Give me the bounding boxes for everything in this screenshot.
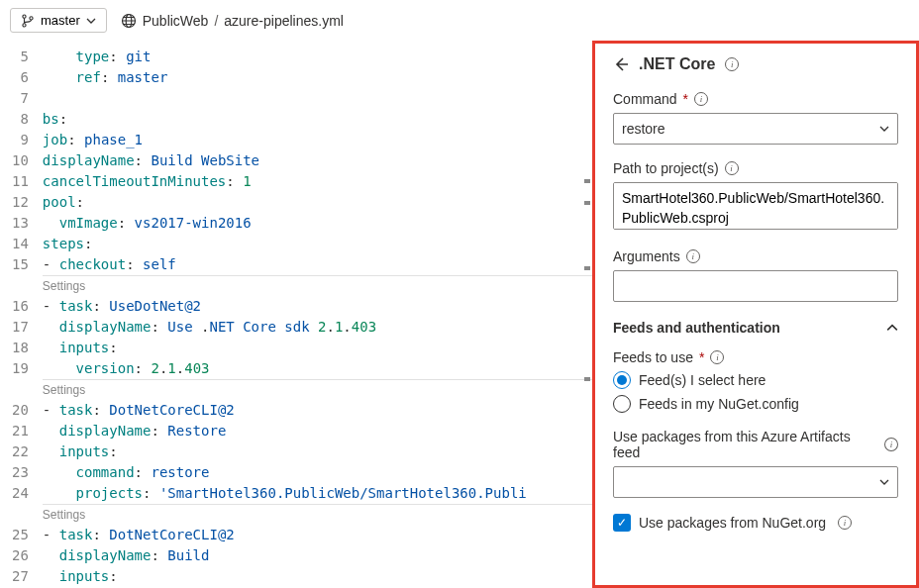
code-line[interactable]: displayName: Build WebSite — [43, 150, 592, 171]
top-bar: master PublicWeb / azure-pipelines.yml — [0, 0, 919, 41]
feeds-section-toggle[interactable]: Feeds and authentication — [613, 320, 898, 336]
settings-codelens[interactable]: Settings — [43, 275, 592, 296]
back-button[interactable] — [613, 56, 629, 72]
code-line[interactable]: steps: — [43, 234, 592, 254]
svg-point-2 — [30, 16, 33, 19]
chevron-down-icon — [86, 16, 96, 26]
nuget-checkbox[interactable]: ✓ Use packages from NuGet.org i — [613, 514, 898, 532]
settings-codelens[interactable]: Settings — [43, 504, 592, 525]
task-panel: .NET Core i Command * i restore Path to … — [592, 41, 919, 588]
radio-label: Feed(s) I select here — [639, 372, 766, 388]
code-line[interactable]: pool: — [43, 192, 592, 213]
breadcrumb-root[interactable]: PublicWeb — [143, 13, 209, 29]
breadcrumb: PublicWeb / azure-pipelines.yml — [121, 13, 344, 29]
info-icon[interactable]: i — [694, 92, 708, 106]
path-label: Path to project(s) — [613, 160, 719, 176]
code-line[interactable]: projects: 'SmartHotel360.PublicWeb/Smart… — [43, 483, 592, 504]
code-line[interactable]: inputs: — [43, 566, 592, 587]
svg-point-1 — [23, 23, 26, 26]
code-editor[interactable]: 5678910111213141516171819202122232425262… — [0, 41, 592, 588]
code-line[interactable]: - task: DotNetCoreCLI@2 — [43, 400, 592, 421]
artifacts-feed-label: Use packages from this Azure Artifacts f… — [613, 429, 878, 460]
code-content[interactable]: type: git ref: masterbs:job: phase_1disp… — [43, 47, 592, 588]
code-line[interactable]: command: restore — [43, 462, 592, 483]
required-marker: * — [683, 91, 688, 107]
code-line[interactable]: inputs: — [43, 338, 592, 358]
radio-nuget-config[interactable]: Feeds in my NuGet.config — [613, 395, 898, 413]
arguments-label: Arguments — [613, 248, 680, 264]
path-input[interactable] — [613, 182, 898, 230]
code-line[interactable]: - task: DotNetCoreCLI@2 — [43, 525, 592, 545]
scroll-overview — [582, 41, 592, 588]
command-select[interactable]: restore — [613, 113, 898, 145]
code-line[interactable]: vmImage: vs2017-win2016 — [43, 213, 592, 234]
radio-select-here[interactable]: Feed(s) I select here — [613, 371, 898, 389]
line-gutter: 5678910111213141516171819202122232425262… — [0, 47, 43, 588]
info-icon[interactable]: i — [710, 350, 724, 364]
branch-name: master — [41, 13, 80, 28]
checkbox-label: Use packages from NuGet.org — [639, 515, 826, 531]
code-line[interactable]: job: phase_1 — [43, 130, 592, 150]
radio-icon — [613, 371, 631, 389]
feeds-section-label: Feeds and authentication — [613, 320, 780, 336]
feeds-to-use-label: Feeds to use — [613, 349, 693, 365]
chevron-down-icon — [879, 477, 889, 487]
code-line[interactable]: - task: UseDotNet@2 — [43, 296, 592, 317]
code-line[interactable]: version: 2.1.403 — [43, 358, 592, 379]
required-marker: * — [699, 349, 704, 365]
code-line[interactable] — [43, 88, 592, 109]
command-value: restore — [622, 121, 665, 137]
breadcrumb-file: azure-pipelines.yml — [224, 13, 344, 29]
code-line[interactable]: type: git — [43, 47, 592, 67]
chevron-down-icon — [879, 124, 889, 134]
code-line[interactable]: displayName: Restore — [43, 421, 592, 441]
artifacts-feed-select[interactable] — [613, 466, 898, 498]
code-line[interactable]: bs: — [43, 109, 592, 130]
code-line[interactable]: displayName: Use .NET Core sdk 2.1.403 — [43, 317, 592, 338]
command-label: Command — [613, 91, 677, 107]
info-icon[interactable]: i — [725, 161, 739, 175]
checkbox-icon: ✓ — [613, 514, 631, 532]
code-line[interactable]: cancelTimeoutInMinutes: 1 — [43, 171, 592, 192]
branch-icon — [21, 14, 35, 28]
radio-icon — [613, 395, 631, 413]
arguments-input[interactable] — [613, 270, 898, 302]
code-line[interactable]: - checkout: self — [43, 254, 592, 275]
radio-label: Feeds in my NuGet.config — [639, 396, 799, 412]
info-icon[interactable]: i — [725, 57, 739, 71]
info-icon[interactable]: i — [686, 249, 700, 263]
info-icon[interactable]: i — [884, 438, 898, 451]
info-icon[interactable]: i — [838, 516, 852, 530]
svg-point-0 — [23, 15, 26, 18]
panel-title: .NET Core — [639, 55, 715, 73]
code-line[interactable]: displayName: Build — [43, 545, 592, 566]
settings-codelens[interactable]: Settings — [43, 379, 592, 400]
repo-icon — [121, 13, 137, 29]
chevron-up-icon — [886, 322, 898, 334]
breadcrumb-separator: / — [214, 13, 218, 29]
code-line[interactable]: ref: master — [43, 67, 592, 88]
code-line[interactable]: inputs: — [43, 441, 592, 462]
branch-selector[interactable]: master — [10, 8, 107, 33]
